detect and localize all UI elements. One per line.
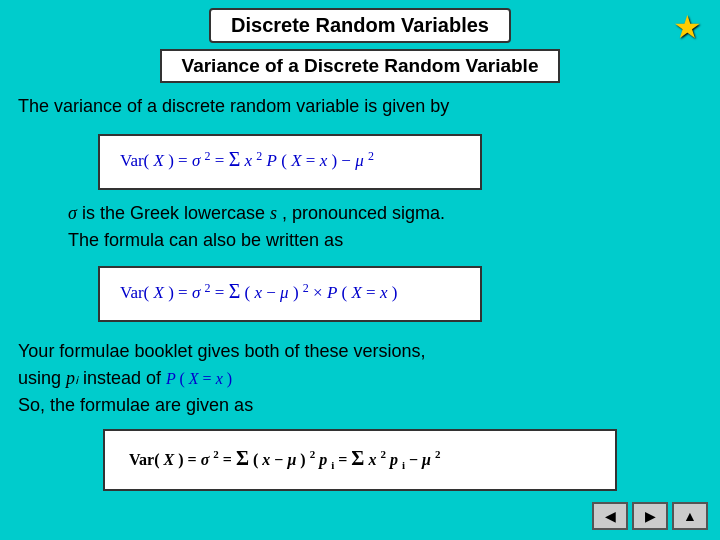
s-letter: s (270, 203, 277, 223)
formula-1-svg: Var( X ) = σ 2 = Σ x 2 P ( X = x ) − μ 2 (120, 142, 460, 178)
subtitle-text: Variance of a Discrete Random Variable (182, 55, 539, 76)
svg-text:Var(
        X
        ) = 
  : Var( X ) = σ 2 = Σ x 2 P ( X = x ) − μ 2 (120, 145, 374, 170)
px-formula: P ( X = x ) (166, 368, 256, 390)
title-box: Discrete Random Variables (209, 8, 511, 43)
sigma-sentence: σ is the Greek lowercase s , pronounced … (68, 200, 702, 254)
svg-text:Var(
        X
        ) = 
  : Var( X ) = σ 2 = Σ ( x − μ ) 2 p i = Σ x (129, 444, 441, 472)
svg-text:Var(
        X
        ) = 
  : Var( X ) = σ 2 = Σ ( x − μ ) 2 × P ( X =… (120, 277, 397, 302)
subtitle-box: Variance of a Discrete Random Variable (160, 49, 561, 83)
pi-label: pᵢ (66, 368, 78, 388)
svg-text:P
        (
        X
        : P ( X = x ) (166, 370, 232, 388)
formula-3-box: Var( X ) = σ 2 = Σ ( x − μ ) 2 p i = Σ x (103, 429, 617, 491)
nav-back-button[interactable]: ◀ (592, 502, 628, 530)
sigma-symbol: σ (68, 203, 77, 223)
formula-2-svg: Var( X ) = σ 2 = Σ ( x − μ ) 2 × P ( X =… (120, 274, 460, 310)
star-icon: ★ (673, 8, 702, 46)
main-content: The variance of a discrete random variab… (0, 83, 720, 491)
paragraph-1: The variance of a discrete random variab… (18, 93, 702, 120)
title-text: Discrete Random Variables (231, 14, 489, 36)
formula-3-svg: Var( X ) = σ 2 = Σ ( x − μ ) 2 p i = Σ x (125, 439, 595, 477)
nav-forward-button[interactable]: ▶ (632, 502, 668, 530)
navigation-bar: ◀ ▶ ▲ (592, 502, 708, 530)
nav-up-button[interactable]: ▲ (672, 502, 708, 530)
paragraph-3: Your formulae booklet gives both of thes… (18, 338, 702, 419)
formula-2: Var( X ) = σ 2 = Σ ( x − μ ) 2 × P ( X =… (98, 266, 482, 322)
formula-1: Var( X ) = σ 2 = Σ x 2 P ( X = x ) − μ 2 (98, 134, 482, 190)
